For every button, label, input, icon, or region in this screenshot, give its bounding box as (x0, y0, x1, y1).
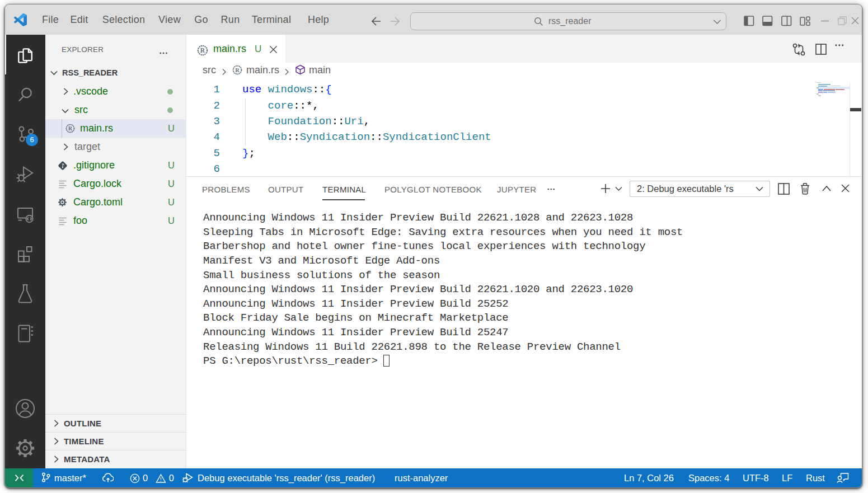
svg-text:R: R (68, 125, 73, 132)
svg-text:R: R (200, 47, 205, 54)
svg-text:R: R (235, 67, 240, 73)
